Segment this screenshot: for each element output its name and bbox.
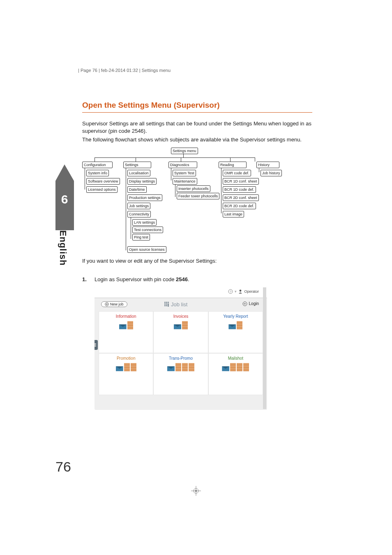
flow-item: LAN settings bbox=[132, 219, 157, 226]
flow-item: BCR 1D conf. sheet bbox=[223, 178, 259, 185]
intro-paragraph-1: Supervisor Settings are all settings tha… bbox=[82, 120, 312, 134]
chapter-number: 6 bbox=[61, 192, 68, 206]
tile-graphic bbox=[174, 321, 188, 329]
flow-item: Date/time bbox=[127, 186, 147, 193]
svg-rect-7 bbox=[166, 302, 167, 303]
svg-text:?: ? bbox=[230, 290, 232, 294]
flow-item: OMR code def. bbox=[223, 170, 251, 176]
flow-item: BCR 1D code def. bbox=[223, 186, 256, 193]
flow-item: System info bbox=[86, 170, 109, 176]
settings-flowchart: Settings menu Configuration System info … bbox=[82, 148, 312, 254]
drawer-handle[interactable] bbox=[95, 340, 98, 350]
step-text: Login as Supervisor with pin code 2546. bbox=[95, 276, 189, 282]
svg-rect-8 bbox=[168, 302, 169, 303]
flow-head: History bbox=[256, 162, 279, 168]
flow-item: Last image bbox=[223, 211, 244, 217]
chapter-tab: 6 bbox=[55, 164, 74, 288]
plus-circle-icon bbox=[105, 302, 109, 306]
svg-rect-6 bbox=[164, 302, 166, 303]
tile-graphic bbox=[167, 363, 194, 371]
job-tile[interactable]: Promotion bbox=[99, 353, 153, 395]
flow-head: Diagnostics bbox=[168, 162, 197, 168]
tile-graphic bbox=[116, 363, 136, 371]
flow-root: Settings menu bbox=[171, 148, 198, 154]
login-icon bbox=[242, 301, 247, 306]
flow-head: Configuration bbox=[82, 162, 113, 168]
svg-rect-13 bbox=[166, 305, 167, 306]
flow-head: Settings bbox=[123, 162, 151, 168]
flow-item: BCR 2D code def. bbox=[223, 203, 256, 209]
intro-paragraph-2: The following flowchart shows which subj… bbox=[82, 136, 312, 143]
svg-rect-9 bbox=[164, 303, 166, 305]
tile-graphic bbox=[228, 321, 242, 329]
scrollbar[interactable] bbox=[263, 287, 266, 409]
flow-item: Job history bbox=[261, 170, 282, 176]
job-tile[interactable]: Mailshot bbox=[208, 353, 263, 395]
job-tile[interactable]: Invoices bbox=[153, 311, 208, 353]
shot-topbar: ? ▾ Operator bbox=[95, 287, 267, 298]
flow-item: Maintenance bbox=[173, 178, 197, 185]
grid-icon bbox=[164, 302, 169, 307]
job-tile-grid: Information Invoices Yearly Report Promo… bbox=[99, 311, 263, 395]
instruction-text: If you want to view or edit any of the S… bbox=[82, 258, 312, 264]
flow-item: Localisation bbox=[127, 170, 150, 176]
svg-rect-11 bbox=[168, 303, 169, 307]
flow-item: Job settings bbox=[127, 203, 150, 209]
job-tile[interactable]: Trans-Promo bbox=[153, 353, 208, 395]
flow-item: Software overview bbox=[86, 178, 120, 185]
flow-item: Ping test bbox=[132, 234, 150, 240]
flow-item: Connectivity bbox=[127, 211, 151, 217]
job-tile[interactable]: Information bbox=[99, 311, 153, 353]
supervisor-login-screenshot: ? ▾ Operator New job Job list Login Info… bbox=[95, 287, 267, 410]
tile-graphic bbox=[222, 363, 249, 371]
flow-item: Production settings bbox=[127, 194, 162, 201]
page-title: Open the Settings Menu (Supervisor) bbox=[82, 101, 312, 113]
login-button[interactable]: Login bbox=[242, 301, 259, 306]
flow-item: Test connections bbox=[132, 227, 163, 233]
flow-head: Reading bbox=[219, 162, 247, 168]
svg-point-2 bbox=[240, 289, 242, 291]
flow-item: Open source licenses bbox=[127, 246, 166, 253]
header-line: | Page 76 | feb-24-2014 01:32 | Settings… bbox=[78, 68, 171, 73]
user-icon bbox=[238, 289, 242, 294]
flow-item: Licensed options bbox=[86, 186, 118, 193]
flow-item: BCR 2D conf. sheet bbox=[223, 194, 259, 201]
step-number: 1. bbox=[82, 276, 95, 282]
new-job-button[interactable]: New job bbox=[101, 301, 127, 307]
job-tile[interactable]: Yearly Report bbox=[208, 311, 263, 353]
operator-dropdown[interactable]: ? ▾ Operator bbox=[228, 289, 259, 294]
help-icon[interactable]: ? bbox=[228, 289, 233, 294]
flow-item: Feeder tower photocells bbox=[177, 193, 219, 199]
flow-item: Display settings bbox=[127, 178, 157, 185]
registration-mark-icon bbox=[191, 486, 201, 497]
svg-rect-12 bbox=[164, 305, 166, 306]
language-label: English bbox=[58, 230, 68, 266]
job-list-heading: Job list bbox=[164, 301, 187, 308]
page-number: 76 bbox=[55, 459, 71, 475]
flow-item: System Test bbox=[173, 170, 196, 176]
svg-rect-10 bbox=[166, 303, 167, 305]
flow-item: Inserter photocells bbox=[177, 185, 210, 192]
tile-graphic bbox=[119, 321, 133, 329]
